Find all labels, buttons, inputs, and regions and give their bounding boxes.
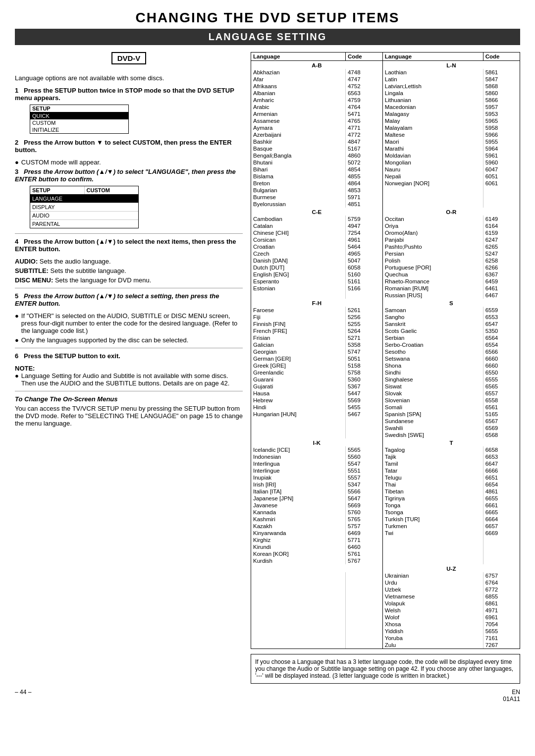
code-cell: 6558 xyxy=(483,397,520,404)
code-cell: 5767 xyxy=(345,557,382,564)
table-row: Italian [ITA]5566Tibetan4861 xyxy=(251,488,520,495)
lang-cell: Zulu xyxy=(382,642,483,648)
bullet-supported: Only the languages supported by the disc… xyxy=(15,336,243,344)
lang-cell: Romanian [RUM] xyxy=(382,285,483,292)
lang-cell xyxy=(251,425,345,432)
lang-cell: Urdu xyxy=(382,579,483,586)
code-cell: 6559 xyxy=(483,307,520,314)
code-cell xyxy=(483,537,520,543)
code-cell: 5547 xyxy=(345,460,382,467)
lang-cell: Georgian xyxy=(251,348,345,355)
code-cell: 5264 xyxy=(345,327,382,334)
lang-cell: Setswana xyxy=(382,355,483,362)
lang-cell xyxy=(382,543,483,550)
lang-cell: Marathi xyxy=(382,145,483,152)
lang-cell: Tsonga xyxy=(382,509,483,516)
table-row: C-EO-R xyxy=(251,208,520,216)
code-cell xyxy=(483,201,520,208)
code-cell: 6569 xyxy=(483,425,520,432)
lang-cell: Twi xyxy=(382,530,483,537)
code-cell: 4947 xyxy=(345,222,382,229)
code-cell: 7054 xyxy=(483,621,520,628)
lang-cell: Faroese xyxy=(251,307,345,314)
lang-cell: Bengali;Bangla xyxy=(251,152,345,159)
lang-cell: Latvian;Lettish xyxy=(382,83,483,90)
lang-cell: German [GER] xyxy=(251,355,345,362)
version-code: EN01A11 xyxy=(503,689,520,702)
lang-cell: Tibetan xyxy=(382,488,483,495)
lang-cell: Bhutani xyxy=(251,159,345,166)
table-row: Afrikaans4752Latvian;Lettish5868 xyxy=(251,83,520,90)
lang-cell: Somali xyxy=(382,404,483,411)
code-cell: 5971 xyxy=(345,194,382,201)
code-cell: 6367 xyxy=(483,271,520,278)
code-cell: 7161 xyxy=(483,635,520,642)
code-cell: 5759 xyxy=(345,216,382,222)
code-cell: 4861 xyxy=(483,488,520,495)
lang-cell: Maori xyxy=(382,138,483,145)
lang-cell: Dutch [DUT] xyxy=(251,264,345,271)
code-cell: 6669 xyxy=(483,530,520,537)
lang-cell: Portuguese [POR] xyxy=(382,264,483,271)
table-row: Afar4747Latin5847 xyxy=(251,76,520,83)
table-row: Korean [KOR]5761 xyxy=(251,550,520,557)
code-cell: 4771 xyxy=(345,124,382,131)
lang-cell: Siswat xyxy=(382,383,483,390)
lang-cell: Korean [KOR] xyxy=(251,550,345,557)
dvd-badge: DVD-V xyxy=(111,52,147,64)
table-row: Volapuk6861 xyxy=(251,600,520,607)
lang-cell: Mongolian xyxy=(382,159,483,166)
table-row: French [FRE]5264Scots Gaelic5350 xyxy=(251,327,520,334)
table-row: Albanian6563Lingala5860 xyxy=(251,90,520,97)
code-cell: 6961 xyxy=(483,614,520,621)
left-column: DVD-V Language options are not available… xyxy=(15,52,243,684)
lang-cell: Assamese xyxy=(251,117,345,124)
code-cell: 4854 xyxy=(345,166,382,173)
lang-cell xyxy=(382,557,483,564)
lang-cell xyxy=(251,593,345,600)
language-table: Language Code Language Code A-BL-NAbkhaz… xyxy=(251,53,520,648)
code-cell: 5165 xyxy=(483,411,520,418)
lang-cell: Slovenian xyxy=(382,397,483,404)
lang-cell: Occitan xyxy=(382,216,483,222)
lang-cell: Polish xyxy=(382,257,483,264)
lang-cell: Sundanese xyxy=(382,418,483,425)
lang-cell: Serbian xyxy=(382,334,483,341)
lang-cell: Turkmen xyxy=(382,523,483,530)
lang-cell: Moldavian xyxy=(382,152,483,159)
table-row: Greenlandic5758Sindhi6550 xyxy=(251,369,520,376)
code-cell: 5747 xyxy=(345,348,382,355)
lang-cell: Amharic xyxy=(251,97,345,104)
bullet-custom-mode: CUSTOM mode will appear. xyxy=(15,159,243,166)
lang-cell: Vietnamese xyxy=(382,593,483,600)
code-cell: 6159 xyxy=(483,229,520,236)
lang-cell: Russian [RUS] xyxy=(382,292,483,299)
code-cell xyxy=(483,557,520,564)
table-row: Basque5167Marathi5964 xyxy=(251,145,520,152)
table-row: Javanese5669Tonga6661 xyxy=(251,502,520,509)
right-column: Language Code Language Code A-BL-NAbkhaz… xyxy=(251,52,520,684)
table-row: English [ENG]5160Quechua6367 xyxy=(251,271,520,278)
lang-cell: Hausa xyxy=(251,390,345,397)
table-row: Armenian5471Malagasy5953 xyxy=(251,110,520,117)
code-cell: 6047 xyxy=(483,166,520,173)
code-cell: 4855 xyxy=(345,173,382,180)
table-row: Aymara4771Malayalam5958 xyxy=(251,124,520,131)
subtitle-line: SUBTITLE: Sets the subtitle language. xyxy=(15,267,243,274)
code-cell: 5655 xyxy=(483,628,520,635)
lang-cell xyxy=(251,586,345,593)
code-cell xyxy=(345,642,382,648)
lang-cell: Danish [DAN] xyxy=(251,257,345,264)
lang-cell: Sesotho xyxy=(382,348,483,355)
table-row: Faroese5261Samoan6559 xyxy=(251,307,520,314)
code-cell: 6757 xyxy=(483,572,520,579)
code-cell: 5669 xyxy=(345,502,382,509)
code-cell: 5964 xyxy=(483,145,520,152)
code-cell: 5566 xyxy=(345,488,382,495)
lang-cell: Laothian xyxy=(382,69,483,76)
code-cell: 6051 xyxy=(483,173,520,180)
code-cell: 4847 xyxy=(345,138,382,145)
table-row: Gujarati5367Siswat6565 xyxy=(251,383,520,390)
lang-cell: Telugu xyxy=(382,474,483,481)
code-cell xyxy=(345,586,382,593)
